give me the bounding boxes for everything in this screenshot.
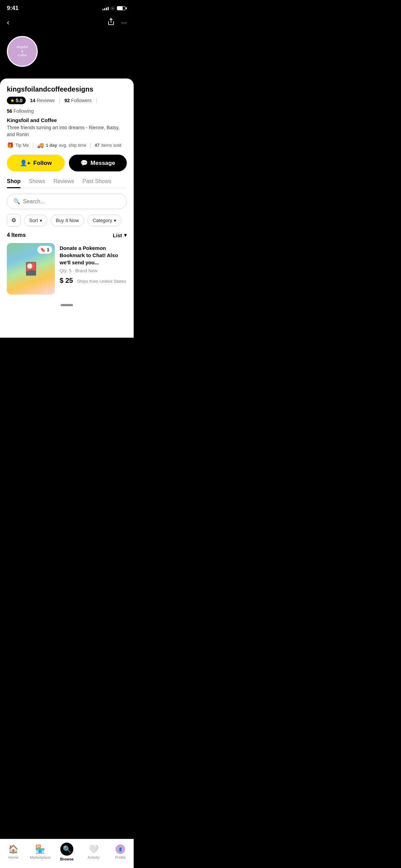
- share-button[interactable]: [107, 18, 115, 27]
- tab-shows[interactable]: Shows: [29, 178, 45, 188]
- stats-row: ★ 5.0 14 Reviews | 92 Followers | 56 Fol…: [7, 97, 127, 114]
- message-icon: 💬: [81, 159, 88, 167]
- wifi-icon: ☉: [111, 6, 115, 11]
- reviews-stat[interactable]: 14 Reviews: [30, 98, 54, 103]
- shop-username: kingsfoilandcoffeedesigns: [7, 85, 127, 93]
- status-time: 9:41: [7, 5, 19, 12]
- battery-icon: [117, 6, 127, 10]
- back-button[interactable]: ‹: [7, 18, 9, 27]
- filter-row: ⚙ Sort ▾ Buy It Now Category ▾: [7, 214, 127, 227]
- tabs-container: Shop Shows Reviews Past Shows: [7, 178, 127, 188]
- ship-icon: 🚚: [37, 142, 44, 148]
- tip-me-item[interactable]: 🎁 Tip Me: [7, 142, 29, 148]
- more-button[interactable]: ···: [121, 19, 127, 26]
- bookmark-badge: 🔖 1: [37, 246, 52, 254]
- follow-user-icon: 👤+: [20, 159, 31, 167]
- product-title: Donate a Pokemon Bookmark to Chat! Also …: [60, 244, 127, 266]
- shop-tagline: Kingsfoil and Coffee: [7, 117, 127, 123]
- star-icon: ★: [10, 98, 14, 103]
- profile-section: kingsfoil&Coffee: [0, 33, 134, 79]
- action-buttons: 👤+ Follow 💬 Message: [7, 155, 127, 171]
- nav-actions: ···: [107, 18, 127, 27]
- sliders-icon: ⚙: [11, 217, 16, 223]
- sort-button[interactable]: Sort ▾: [24, 215, 47, 226]
- list-chevron-icon: ▾: [124, 232, 127, 238]
- avatar: kingsfoil&Coffee: [7, 36, 38, 67]
- filter-icon-button[interactable]: ⚙: [7, 214, 21, 227]
- category-chevron-icon: ▾: [114, 218, 116, 223]
- items-header: 4 Items List ▾: [7, 232, 127, 238]
- bookmark-icon: 🔖: [40, 247, 46, 252]
- tab-past-shows[interactable]: Past Shows: [83, 178, 111, 188]
- list-view-button[interactable]: List ▾: [113, 232, 127, 238]
- shop-meta: 🎁 Tip Me | 🚚 1 day avg. ship time | 47 i…: [7, 142, 127, 148]
- search-input[interactable]: [23, 198, 120, 205]
- search-icon: 🔍: [13, 198, 20, 205]
- search-wrapper: 🔍: [7, 194, 127, 209]
- tab-reviews[interactable]: Reviews: [53, 178, 74, 188]
- content-card: kingsfoilandcoffeedesigns ★ 5.0 14 Revie…: [0, 79, 134, 338]
- scroll-indicator: [7, 300, 127, 310]
- scroll-dot: [61, 304, 73, 306]
- product-meta: Qty: 5 · Brand New: [60, 268, 127, 273]
- signal-icon: [102, 6, 109, 10]
- status-bar: 9:41 ☉: [0, 0, 134, 14]
- rating-value: 5.0: [16, 98, 22, 103]
- product-price: $ 25 · Ships from United States: [60, 277, 127, 285]
- follow-button[interactable]: 👤+ Follow: [7, 155, 65, 171]
- items-sold-item: 47 items sold: [95, 143, 121, 148]
- items-count: 4 Items: [7, 232, 26, 238]
- tip-icon: 🎁: [7, 142, 14, 148]
- product-image: 🎴 🔖 1: [7, 243, 55, 294]
- rating-badge: ★ 5.0: [7, 97, 26, 104]
- product-info: Donate a Pokemon Bookmark to Chat! Also …: [60, 243, 127, 294]
- status-icons: ☉: [102, 6, 127, 11]
- ship-time-item: 🚚 1 day avg. ship time: [37, 142, 86, 148]
- tab-shop[interactable]: Shop: [7, 178, 21, 188]
- product-card[interactable]: 🎴 🔖 1 Donate a Pokemon Bookmark to Chat!…: [7, 243, 127, 300]
- shop-description: Three friends turning art into dreams - …: [7, 124, 127, 138]
- message-button[interactable]: 💬 Message: [69, 155, 127, 171]
- followers-stat[interactable]: 92 Followers: [64, 98, 92, 103]
- avatar-text: kingsfoil&Coffee: [15, 43, 30, 59]
- search-container: 🔍: [7, 194, 127, 209]
- nav-bar: ‹ ···: [0, 14, 134, 33]
- sort-chevron-icon: ▾: [40, 218, 42, 223]
- following-stat[interactable]: 56 Following: [7, 108, 34, 114]
- category-button[interactable]: Category ▾: [87, 215, 121, 226]
- buy-it-now-button[interactable]: Buy It Now: [51, 215, 84, 226]
